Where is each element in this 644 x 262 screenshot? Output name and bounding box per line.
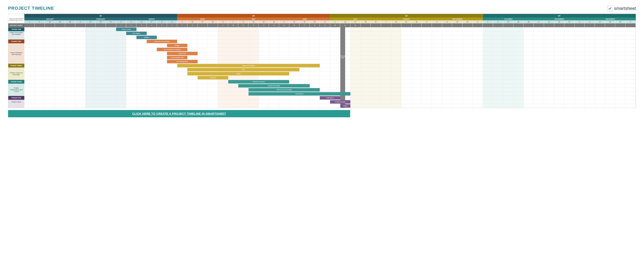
day-cell: 13 xyxy=(86,20,96,23)
phase-label: PHASE ONE xyxy=(8,27,24,31)
week-cell: 7 xyxy=(177,23,187,27)
day-cell: 0 xyxy=(473,20,483,23)
week-cell: 3 xyxy=(136,23,147,27)
day-cell: 0 xyxy=(218,20,228,23)
day-cell: 21 xyxy=(401,20,412,23)
week-cell xyxy=(391,23,402,27)
cta-banner[interactable]: CLICK HERE TO CREATE A PROJECT TIMELINE … xyxy=(8,110,350,117)
task-bar[interactable]: Project Charter xyxy=(116,28,136,31)
task-bar[interactable]: Status and Tracking xyxy=(177,64,320,67)
task-bar[interactable]: Initiation xyxy=(136,36,157,39)
day-cell: 23 xyxy=(514,20,524,23)
week-cell: 4 xyxy=(147,23,157,27)
week-cell xyxy=(544,23,554,27)
day-cell: 13 xyxy=(136,20,147,23)
month-march: MARCH xyxy=(126,18,177,20)
task-row: Performance xyxy=(8,92,636,96)
week-cell xyxy=(432,23,442,27)
week-cell xyxy=(595,23,605,27)
day-cell: 17 xyxy=(198,20,208,23)
task-bar[interactable]: Risk Management xyxy=(167,60,198,63)
month-february: FEBRUARY xyxy=(75,18,126,20)
week-cell xyxy=(534,23,544,27)
week-cell xyxy=(371,23,381,27)
phase-sub-label xyxy=(8,104,24,108)
week-cell: 16 xyxy=(289,23,300,27)
week-cell xyxy=(208,23,218,27)
phase-sub-label xyxy=(8,60,24,63)
day-cell: 14 xyxy=(391,20,402,23)
week-cell: 11 xyxy=(238,23,248,27)
day-cell: 16 xyxy=(503,20,514,23)
task-bar[interactable]: KPIs xyxy=(187,68,300,71)
task-bar[interactable]: Communication Plan xyxy=(167,56,187,59)
task-bar[interactable]: Forecasts xyxy=(198,76,228,79)
week-cell xyxy=(615,23,626,27)
week-cell xyxy=(65,23,76,27)
phase-sub-label: Project Definition and Planning xyxy=(8,52,24,55)
week-cell: 2 xyxy=(126,23,136,27)
month-june: JUNE xyxy=(279,18,330,20)
task-bar[interactable]: Work Breakdown Schedule xyxy=(157,48,187,51)
week-cell xyxy=(605,23,616,27)
week-cell xyxy=(422,23,432,27)
task-bar[interactable]: Gantt Chart xyxy=(167,52,198,55)
day-cell: 29 xyxy=(269,20,279,23)
phase-label: PHASE TWO xyxy=(8,40,24,43)
day-cell: 0 xyxy=(157,20,167,23)
task-row: Quality Deliverables xyxy=(8,84,636,88)
task-bar[interactable]: Budget xyxy=(167,44,187,47)
week-cell xyxy=(442,23,452,27)
week-cell xyxy=(24,23,34,27)
quarter-q3: Q3 xyxy=(330,14,483,18)
week-cell: 18 xyxy=(310,23,320,27)
side-note: Enter the date of the first Monday of ea… xyxy=(9,14,24,22)
day-cell: 0 xyxy=(147,20,157,23)
task-row: Project Performance and ControlEffort an… xyxy=(8,88,636,92)
task-row: KPIs xyxy=(8,68,636,72)
task-bar[interactable]: Performance xyxy=(248,92,350,95)
day-cell: 15 xyxy=(248,20,259,23)
task-bar[interactable]: Project Punchlist xyxy=(330,100,350,104)
task-bar[interactable]: Objective Execution xyxy=(228,80,290,83)
task-row: Project Launch of ExecutionQuality xyxy=(8,72,636,76)
day-cell: 5 xyxy=(279,20,290,23)
day-cell: 11 xyxy=(442,20,452,23)
day-cell: 6 xyxy=(126,20,136,23)
week-cell: 19 xyxy=(320,23,330,27)
week-cell xyxy=(452,23,462,27)
week-cell xyxy=(524,23,534,27)
month-november: NOVEMBER xyxy=(534,18,585,20)
task-bar[interactable]: Report xyxy=(340,104,350,108)
page-title: PROJECT TIMELINE xyxy=(8,6,636,11)
week-cell xyxy=(574,23,585,27)
week-cell xyxy=(34,23,45,27)
day-cell: 3 xyxy=(330,20,340,23)
task-bar[interactable]: Effort and Cost Tracking xyxy=(248,88,320,91)
phase-label: PHASE FIVE xyxy=(8,96,24,100)
day-cell: 4 xyxy=(585,20,595,23)
week-cell: 5 xyxy=(157,23,167,27)
week-cell: 17 xyxy=(300,23,310,27)
task-bar[interactable]: Quality xyxy=(187,72,289,75)
day-cell: 7 xyxy=(381,20,391,23)
week-cell: 20 xyxy=(330,23,340,27)
task-bar[interactable]: Postmortem xyxy=(320,96,340,99)
task-bar[interactable]: Quality Deliverables xyxy=(238,84,310,87)
week-cell: 21 xyxy=(340,23,350,27)
logo: smartsheet xyxy=(607,6,636,11)
day-cell: 11 xyxy=(595,20,605,23)
phase-sub-label xyxy=(8,48,24,51)
task-bar[interactable]: Plan Review xyxy=(126,32,146,35)
task-bar[interactable]: Scope and Goal Setting xyxy=(147,40,177,43)
week-cell: 6 xyxy=(167,23,177,27)
phase-label: PHASE FOUR xyxy=(8,80,24,84)
phase-sub-label xyxy=(8,44,24,47)
phase-sub-label: Project Launch of Execution xyxy=(8,72,24,76)
week-cell xyxy=(564,23,574,27)
day-cell: 28 xyxy=(412,20,422,23)
month-july: JULY xyxy=(330,18,381,20)
week-cell xyxy=(45,23,55,27)
week-cell: 9 xyxy=(218,23,228,27)
day-cell: 10 xyxy=(187,20,198,23)
